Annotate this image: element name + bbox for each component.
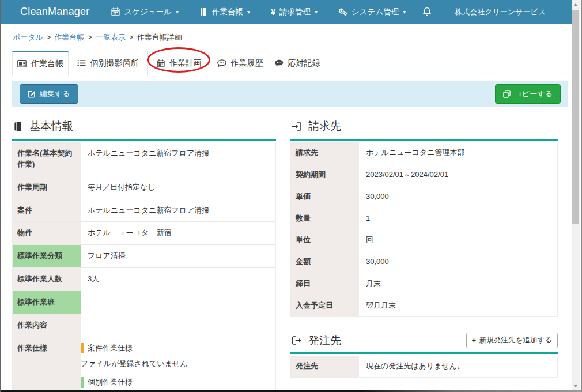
table-row: 単位 回 bbox=[291, 229, 557, 251]
table-row: 案件 ホテルニューコタニ新宿フロア清掃 bbox=[13, 199, 275, 223]
calendar-icon bbox=[111, 7, 120, 16]
bell-icon[interactable] bbox=[422, 7, 432, 17]
billing-table: 請求先 ホテルニューコタニ管理本部 契約期間 2023/02/01～2024/0… bbox=[290, 142, 558, 317]
row-value: ホテルニューコタニ新宿フロア清掃 bbox=[81, 199, 275, 222]
table-row-work-spec: 作業仕様 案件作業仕様 ファイルが登録されていません 個別作業仕様 ファイルが登… bbox=[13, 337, 275, 392]
table-row: 標準作業人数 3人 bbox=[13, 268, 275, 291]
nav-menus: スケジュール ▾ 作業台帳 ▾ ¥ 請求管理 ▾ システム管理 ▾ bbox=[111, 7, 406, 17]
tab-work-plan[interactable]: 作業計画 bbox=[148, 51, 211, 76]
basic-info-table: 作業名(基本契約作業) ホテルニューコタニ新宿フロア清掃 作業周期 毎月／日付指… bbox=[12, 142, 276, 392]
add-supplier-button[interactable]: + 新規発注先を追加する bbox=[466, 333, 558, 348]
table-row: 契約期間 2023/02/01～2024/02/01 bbox=[291, 164, 557, 186]
nav-menu-label: 作業台帳 bbox=[212, 7, 243, 17]
table-row: 作業内容 bbox=[13, 314, 275, 337]
tab-label: 応対記録 bbox=[288, 58, 320, 69]
row-value: 現在の発注先はありません。 bbox=[359, 356, 557, 377]
company-name[interactable]: 株式会社クリーンサービス bbox=[455, 7, 546, 17]
ledger-icon bbox=[17, 60, 27, 67]
book-icon bbox=[13, 122, 23, 131]
table-row: 発注先 現在の発注先はありません。 bbox=[291, 356, 557, 377]
row-value: ホテルニューコタニ管理本部 bbox=[359, 142, 557, 164]
row-value bbox=[81, 314, 275, 337]
top-navbar: CleanManager スケジュール ▾ 作業台帳 ▾ ¥ 請求管理 ▾ シス… bbox=[1, 0, 573, 24]
scroll-up-button[interactable] bbox=[572, 0, 580, 9]
chevron-down-icon: ▾ bbox=[176, 9, 179, 15]
row-label: 請求先 bbox=[291, 142, 359, 164]
nav-menu-schedule[interactable]: スケジュール ▾ bbox=[111, 7, 179, 17]
row-value: 30,000 bbox=[359, 251, 557, 273]
basic-info-heading: 基本情報 bbox=[12, 115, 276, 141]
main-content: 基本情報 作業名(基本契約作業) ホテルニューコタニ新宿フロア清掃 作業周期 毎… bbox=[12, 115, 581, 392]
table-row: 作業周期 毎月／日付指定なし bbox=[13, 176, 275, 199]
table-row: 数量 1 bbox=[291, 208, 557, 230]
table-row: 単価 30,000 bbox=[291, 186, 557, 208]
scroll-down-button[interactable] bbox=[572, 381, 580, 390]
breadcrumb-work-ledger[interactable]: 作業台帳 bbox=[55, 33, 85, 42]
tab-individual-photo-spots[interactable]: 個別撮影箇所 bbox=[69, 51, 148, 76]
row-label: 単位 bbox=[291, 229, 359, 251]
vertical-scrollbar[interactable] bbox=[572, 0, 580, 390]
copy-button[interactable]: コピーする bbox=[495, 84, 561, 104]
tab-work-ledger[interactable]: 作業台帳 bbox=[12, 51, 69, 76]
section-title: 発注先 bbox=[308, 333, 341, 348]
list-icon bbox=[77, 59, 86, 67]
triangle-down-icon bbox=[573, 385, 578, 387]
row-value: 3人 bbox=[81, 268, 275, 291]
tab-label: 作業履歴 bbox=[231, 58, 263, 69]
nav-menu-system[interactable]: システム管理 ▾ bbox=[338, 7, 406, 17]
chevron-down-icon: ▾ bbox=[403, 9, 406, 15]
edit-button[interactable]: 編集する bbox=[20, 84, 78, 104]
gears-icon bbox=[338, 7, 347, 16]
pencil-square-icon bbox=[28, 90, 36, 98]
row-label: 締日 bbox=[291, 273, 359, 295]
breadcrumb-current: 作業台帳詳細 bbox=[137, 33, 182, 42]
row-label: 作業仕様 bbox=[13, 337, 81, 392]
spec-line: ファイルが登録されていません bbox=[81, 359, 275, 370]
sign-out-icon bbox=[292, 336, 302, 345]
table-row: 標準作業班 bbox=[13, 291, 275, 314]
speech-bubble-icon bbox=[275, 59, 284, 67]
supplier-heading-row: 発注先 + 新規発注先を追加する bbox=[290, 330, 558, 354]
table-row: 入金予定日 翌月月末 bbox=[291, 295, 557, 316]
breadcrumb-portal[interactable]: ポータル bbox=[13, 33, 43, 42]
tab-label: 作業台帳 bbox=[31, 59, 63, 69]
app-logo[interactable]: CleanManager bbox=[20, 6, 89, 18]
scrollbar-thumb[interactable] bbox=[572, 10, 579, 224]
triangle-up-icon bbox=[573, 3, 578, 6]
row-label-highlighted: 標準作業分類 bbox=[13, 245, 81, 267]
row-value: 2023/02/01～2024/02/01 bbox=[359, 164, 557, 186]
tab-work-history[interactable]: 作業履歴 bbox=[211, 51, 269, 76]
row-value: 翌月月末 bbox=[359, 295, 557, 316]
supplier-table: 発注先 現在の発注先はありません。 bbox=[290, 356, 558, 378]
row-label: 作業内容 bbox=[13, 314, 81, 337]
nav-right: 株式会社クリーンサービス bbox=[422, 7, 546, 17]
table-row: 作業名(基本契約作業) ホテルニューコタニ新宿フロア清掃 bbox=[13, 142, 275, 176]
book-icon bbox=[199, 7, 208, 16]
tab-label: 作業計画 bbox=[169, 58, 202, 69]
row-label: 物件 bbox=[13, 222, 81, 244]
copy-icon bbox=[503, 90, 511, 98]
table-row: 物件 ホテルニューコタニ新宿 bbox=[13, 222, 275, 245]
row-label: 契約期間 bbox=[291, 164, 359, 186]
nav-menu-label: スケジュール bbox=[124, 7, 172, 17]
calendar-icon bbox=[157, 59, 165, 67]
row-value: 回 bbox=[359, 229, 557, 251]
plus-icon: + bbox=[472, 336, 477, 345]
nav-menu-label: 請求管理 bbox=[279, 7, 311, 17]
billing-panel: 請求先 請求先 ホテルニューコタニ管理本部 契約期間 2023/02/01～20… bbox=[290, 115, 558, 392]
tab-response-records[interactable]: 応対記録 bbox=[269, 51, 326, 76]
breadcrumb-separator: > bbox=[47, 33, 51, 42]
table-row: 標準作業分類 フロア清掃 bbox=[13, 245, 275, 268]
row-value: 30,000 bbox=[359, 186, 557, 208]
table-row: 金額 30,000 bbox=[291, 251, 557, 273]
nav-menu-work-ledger[interactable]: 作業台帳 ▾ bbox=[199, 7, 250, 17]
nav-menu-billing[interactable]: ¥ 請求管理 ▾ bbox=[271, 7, 318, 17]
row-value: 毎月／日付指定なし bbox=[81, 176, 275, 199]
chevron-down-icon: ▾ bbox=[315, 9, 318, 15]
row-value: 月末 bbox=[359, 273, 557, 295]
breadcrumb-separator: > bbox=[129, 33, 134, 42]
yen-icon: ¥ bbox=[271, 7, 275, 17]
billing-heading: 請求先 bbox=[290, 115, 558, 141]
row-value: ホテルニューコタニ新宿 bbox=[81, 222, 275, 244]
breadcrumb-list-view[interactable]: 一覧表示 bbox=[96, 33, 126, 42]
